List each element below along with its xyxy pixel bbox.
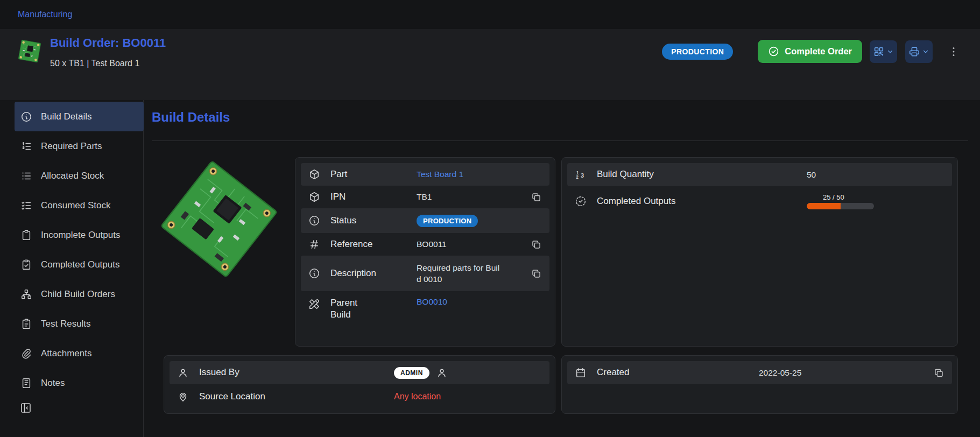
completed-outputs-progress: 25 / 50 xyxy=(807,193,874,209)
status-value-badge: PRODUCTION xyxy=(417,215,478,227)
complete-order-button[interactable]: Complete Order xyxy=(758,40,862,63)
detail-row-ipn: IPN TB1 xyxy=(301,186,549,208)
source-location-label: Source Location xyxy=(199,391,285,403)
info-circle-icon xyxy=(308,267,321,279)
part-image[interactable] xyxy=(158,158,280,280)
sidebar-item-attachments[interactable]: Attachments xyxy=(15,339,144,368)
pcb-image xyxy=(158,158,280,280)
info-circle-icon xyxy=(308,215,321,227)
sidebar-item-notes[interactable]: Notes xyxy=(15,368,144,398)
chevron-down-icon xyxy=(886,48,894,55)
print-actions-button[interactable] xyxy=(905,40,933,63)
numbers-123-icon: 123 xyxy=(575,169,588,181)
main-content: Build Details xyxy=(144,100,980,437)
build-quantity-label: Build Quantity xyxy=(597,168,683,180)
detail-row-description: Description Required parts for Build 001… xyxy=(301,256,549,291)
heading-divider xyxy=(152,140,968,141)
row-build-quantity: 123 Build Quantity 50 xyxy=(567,163,952,186)
sidebar-item-label: Notes xyxy=(41,378,65,389)
row-completed-outputs: Completed Outputs 25 / 50 xyxy=(567,186,952,216)
copy-icon[interactable] xyxy=(531,192,542,203)
reference-value: BO0011 xyxy=(417,239,447,249)
svg-text:3: 3 xyxy=(581,172,584,178)
page: Manufacturing Build Order: BO0011 50 x T… xyxy=(0,0,980,437)
row-source-location: Source Location Any location xyxy=(170,384,549,409)
build-quantity-value: 50 xyxy=(807,170,816,180)
sidebar-item-child-build-orders[interactable]: Child Build Orders xyxy=(15,279,144,309)
clipboard-icon xyxy=(20,229,32,241)
pcb-thumbnail-image xyxy=(16,38,43,65)
map-pin-icon xyxy=(177,391,190,403)
build-details-table: Part Test Board 1 IPN TB1 Status PRODUCT… xyxy=(295,157,555,347)
title-block: Build Order: BO0011 50 x TB1 | Test Boar… xyxy=(50,36,166,68)
detail-row-part: Part Test Board 1 xyxy=(301,163,549,186)
progress-fill xyxy=(807,203,841,209)
sidebar: Build Details Required Parts Allocated S… xyxy=(0,100,144,437)
sidebar-item-required-parts[interactable]: Required Parts xyxy=(15,131,144,161)
issued-by-value-area: ADMIN xyxy=(394,367,449,379)
part-label: Part xyxy=(330,168,417,180)
source-location-value: Any location xyxy=(394,392,441,401)
body-row: Build Details Required Parts Allocated S… xyxy=(0,100,980,437)
created-value: 2022-05-25 xyxy=(759,368,801,378)
sitemap-icon xyxy=(20,288,32,300)
header-actions: PRODUCTION Complete Order xyxy=(662,40,962,63)
detail-row-status: Status PRODUCTION xyxy=(301,208,549,233)
sidebar-item-label: Required Parts xyxy=(41,141,102,152)
user-icon xyxy=(177,367,190,379)
copy-icon[interactable] xyxy=(933,367,944,378)
test-report-icon xyxy=(20,318,32,330)
sidebar-item-allocated-stock[interactable]: Allocated Stock xyxy=(15,161,144,191)
copy-icon[interactable] xyxy=(531,239,542,250)
detail-row-parent-build: Parent Build BO0010 xyxy=(301,291,549,335)
sidebar-item-incomplete-outputs[interactable]: Incomplete Outputs xyxy=(15,220,144,250)
completed-outputs-label: Completed Outputs xyxy=(597,195,683,207)
detail-row-reference: Reference BO0011 xyxy=(301,233,549,256)
sidebar-item-label: Attachments xyxy=(41,348,92,359)
paperclip-icon xyxy=(20,348,32,360)
row-created: Created 2022-05-25 xyxy=(567,361,952,384)
breadcrumb-manufacturing[interactable]: Manufacturing xyxy=(18,10,72,19)
page-title: Build Order: BO0011 xyxy=(50,36,166,51)
chevron-down-icon xyxy=(922,48,929,55)
sidebar-item-label: Incomplete Outputs xyxy=(41,230,120,241)
ipn-label: IPN xyxy=(330,191,417,203)
sidebar-item-label: Build Details xyxy=(41,111,92,122)
sidebar-item-completed-outputs[interactable]: Completed Outputs xyxy=(15,250,144,279)
ipn-value: TB1 xyxy=(417,192,432,202)
build-order-header: Build Order: BO0011 50 x TB1 | Test Boar… xyxy=(0,29,980,100)
breadcrumb: Manufacturing xyxy=(0,0,980,29)
description-label: Description xyxy=(330,267,417,279)
more-options-button[interactable] xyxy=(945,43,962,60)
parent-build-link[interactable]: BO0010 xyxy=(417,297,447,307)
issued-by-label: Issued By xyxy=(199,366,285,378)
copy-icon[interactable] xyxy=(531,268,542,279)
info-circle-icon xyxy=(20,111,32,123)
issued-panel: Issued By ADMIN Source Location Any loca… xyxy=(164,355,555,414)
status-badge: PRODUCTION xyxy=(662,44,733,60)
list-check-icon xyxy=(20,200,32,212)
sidebar-item-build-details[interactable]: Build Details xyxy=(15,102,144,131)
build-quantities-panel: 123 Build Quantity 50 Completed Outputs … xyxy=(561,157,958,347)
barcode-actions-button[interactable] xyxy=(870,40,897,63)
sidebar-item-consumed-stock[interactable]: Consumed Stock xyxy=(15,191,144,220)
created-panel: Created 2022-05-25 xyxy=(561,355,958,414)
calendar-icon xyxy=(575,367,588,379)
check-circle-icon xyxy=(768,46,779,57)
page-subtitle: 50 x TB1 | Test Board 1 xyxy=(50,59,166,68)
part-link[interactable]: Test Board 1 xyxy=(417,170,463,179)
admin-badge: ADMIN xyxy=(394,367,429,379)
reference-label: Reference xyxy=(330,238,417,250)
sidebar-item-label: Allocated Stock xyxy=(41,171,104,181)
list-numbers-icon xyxy=(20,140,32,152)
collapse-sidebar-button[interactable] xyxy=(19,401,32,414)
list-icon xyxy=(20,170,32,182)
user-icon xyxy=(436,367,449,379)
printer-icon xyxy=(908,46,920,58)
sidebar-item-test-results[interactable]: Test Results xyxy=(15,309,144,339)
status-label: Status xyxy=(330,215,417,227)
build-order-thumbnail[interactable] xyxy=(16,38,43,65)
sidebar-item-label: Child Build Orders xyxy=(41,289,115,300)
parent-build-label: Parent Build xyxy=(330,297,417,321)
description-value: Required parts for Build 0010 xyxy=(417,262,503,285)
